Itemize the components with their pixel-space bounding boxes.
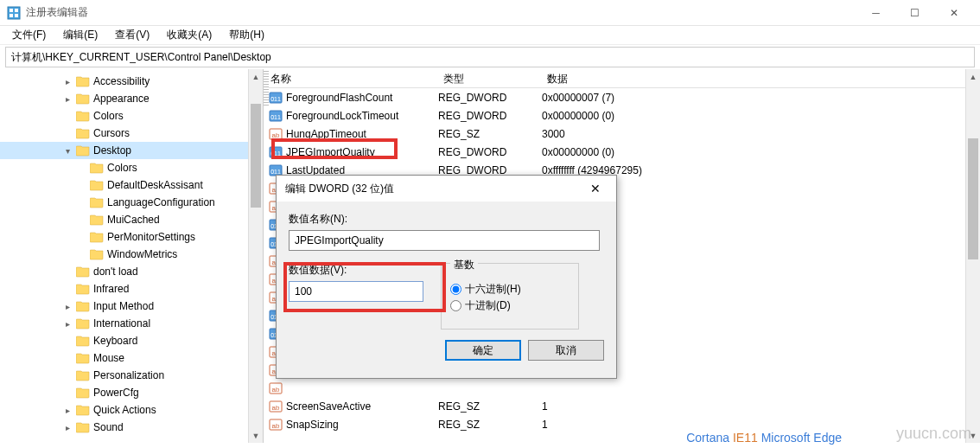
value-data-label: 数值数据(V): [289, 263, 423, 278]
radio-hex-input[interactable] [450, 284, 461, 295]
scroll-thumb[interactable] [968, 138, 978, 259]
splitter[interactable] [264, 71, 269, 106]
tree-item-label: DefaultDeskAssisant [107, 179, 203, 191]
tree-item[interactable]: ▸Input Method [0, 298, 263, 315]
folder-icon [76, 369, 90, 381]
list-row[interactable]: abSnapSizingREG_SZ1 [264, 415, 980, 433]
chevron-down-icon[interactable]: ▾ [62, 146, 73, 156]
list-row[interactable]: 011JPEGImportQualityREG_DWORD0x00000000 … [264, 143, 980, 161]
tree-item[interactable]: Colors [0, 107, 263, 125]
cell-name: SnapSizing [286, 419, 438, 431]
maximize-button[interactable]: ☐ [895, 0, 934, 26]
cell-type: REG_SZ [438, 128, 542, 140]
tree-item[interactable]: WindowMetrics [0, 246, 263, 263]
tree-item[interactable]: Infrared [0, 280, 263, 298]
tree-item-label: Desktop [93, 144, 131, 157]
chevron-right-icon[interactable]: ▸ [62, 423, 73, 432]
chevron-right-icon[interactable]: ▸ [62, 319, 73, 329]
folder-icon [90, 214, 104, 226]
tree-item-label: MuiCached [107, 214, 160, 226]
col-data[interactable]: 数据 [540, 69, 980, 87]
scroll-down-icon[interactable]: ▼ [249, 428, 263, 443]
tree-scrollbar[interactable]: ▲ ▼ [248, 69, 263, 443]
tree-item-label: WindowMetrics [107, 248, 177, 260]
dialog-close-icon[interactable]: ✕ [583, 182, 608, 195]
menubar: 文件(F) 编辑(E) 查看(V) 收藏夹(A) 帮助(H) [0, 26, 980, 45]
list-row[interactable]: abHungAppTimeoutREG_SZ3000 [264, 125, 980, 143]
minimize-button[interactable]: ─ [856, 0, 895, 26]
folder-icon [76, 404, 90, 416]
list-row[interactable]: 011ForegroundFlashCountREG_DWORD0x000000… [264, 88, 980, 106]
tree-item-label: Cursors [93, 127, 130, 139]
folder-icon [76, 93, 90, 105]
tree-item-label: Sound [93, 421, 124, 433]
scroll-up-icon[interactable]: ▲ [966, 69, 980, 84]
tree-item-label: Colors [107, 162, 137, 174]
chevron-right-icon[interactable]: ▸ [62, 77, 73, 86]
tree-item[interactable]: DefaultDeskAssisant [0, 176, 263, 194]
menu-file[interactable]: 文件(F) [5, 26, 53, 44]
tree-item[interactable]: Cursors [0, 125, 263, 142]
col-type[interactable]: 类型 [436, 69, 540, 87]
tree-item[interactable]: Colors [0, 159, 263, 176]
path-input[interactable]: 计算机\HKEY_CURRENT_USER\Control Panel\Desk… [5, 47, 975, 67]
tree-item[interactable]: PerMonitorSettings [0, 228, 263, 246]
radio-dec[interactable]: 十进制(D) [450, 298, 570, 313]
dword-icon: 011 [269, 91, 283, 105]
scroll-up-icon[interactable]: ▲ [249, 69, 263, 84]
list-row[interactable]: abScreenSaveActiveREG_SZ1 [264, 397, 980, 415]
col-name[interactable]: 名称 [264, 69, 436, 87]
radio-hex[interactable]: 十六进制(H) [450, 282, 570, 297]
chevron-right-icon[interactable]: ▸ [62, 406, 73, 415]
tree-item[interactable]: ▾Desktop [0, 142, 263, 159]
tree-item-label: Accessibility [93, 75, 150, 87]
svg-text:011: 011 [270, 96, 281, 102]
svg-rect-3 [10, 14, 13, 17]
scroll-thumb[interactable] [251, 104, 261, 208]
window-title: 注册表编辑器 [26, 5, 856, 20]
menu-favorites[interactable]: 收藏夹(A) [160, 26, 219, 44]
folder-icon [76, 387, 90, 399]
svg-text:011: 011 [270, 150, 281, 157]
tree-item[interactable]: Personalization [0, 367, 263, 384]
tree-item[interactable]: MuiCached [0, 211, 263, 228]
string-icon: ab [269, 381, 283, 395]
tree-item[interactable]: ▸Appearance [0, 90, 263, 107]
app-icon [7, 6, 21, 20]
folder-icon [76, 144, 90, 157]
value-data-input[interactable] [289, 281, 423, 302]
folder-icon [90, 248, 104, 260]
cell-data: 3000 [542, 128, 980, 140]
ok-button[interactable]: 确定 [445, 340, 521, 361]
chevron-right-icon[interactable]: ▸ [62, 94, 73, 104]
folder-icon [76, 317, 90, 330]
tree-item[interactable]: PowerCfg [0, 384, 263, 401]
folder-icon [76, 75, 90, 87]
folder-icon [90, 162, 104, 174]
folder-icon [76, 300, 90, 312]
tree-item[interactable]: Mouse [0, 349, 263, 367]
list-row[interactable]: ab [264, 379, 980, 397]
base-fieldset: 基数 十六进制(H) 十进制(D) [441, 263, 579, 330]
tree-item[interactable]: Keyboard [0, 332, 263, 349]
string-icon: ab [269, 400, 283, 413]
menu-edit[interactable]: 编辑(E) [56, 26, 105, 44]
list-scrollbar[interactable]: ▲ ▼ [965, 69, 980, 443]
list-row[interactable]: 011ForegroundLockTimeoutREG_DWORD0x00000… [264, 106, 980, 125]
radio-hex-label: 十六进制(H) [465, 282, 521, 297]
tree-item[interactable]: ▸Sound [0, 419, 263, 436]
menu-help[interactable]: 帮助(H) [222, 26, 271, 44]
tree-item[interactable]: ▸Quick Actions [0, 401, 263, 419]
tree-item[interactable]: LanguageConfiguration [0, 194, 263, 211]
value-name-input[interactable] [289, 230, 600, 251]
cell-name: ForegroundFlashCount [286, 92, 438, 104]
tree-item[interactable]: don't load [0, 263, 263, 280]
chevron-right-icon[interactable]: ▸ [62, 302, 73, 311]
cancel-button[interactable]: 取消 [528, 340, 604, 361]
close-button[interactable]: ✕ [934, 0, 973, 26]
tree-item[interactable]: ▸International [0, 315, 263, 332]
tree-item[interactable]: ▸Accessibility [0, 73, 263, 90]
cell-data: 0x00000000 (0) [542, 146, 980, 158]
menu-view[interactable]: 查看(V) [108, 26, 156, 44]
radio-dec-input[interactable] [450, 300, 461, 311]
